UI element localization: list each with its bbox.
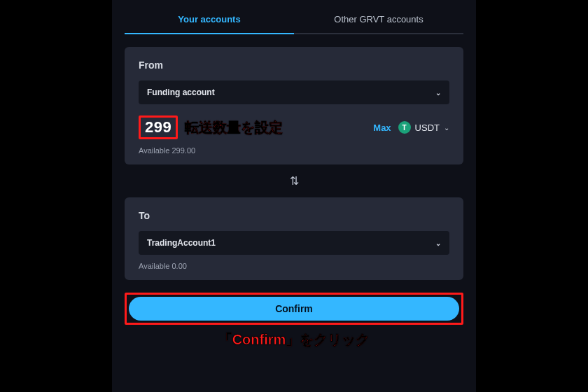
chevron-down-icon: ⌄ (435, 89, 441, 97)
from-label: From (139, 59, 449, 71)
annotation-highlight-confirm: Confirm (125, 293, 463, 325)
account-tabs: Your accounts Other GRVT accounts (125, 7, 463, 34)
to-account-value: TradingAccount1 (147, 238, 216, 248)
from-account-select[interactable]: Funding account ⌄ (139, 80, 449, 104)
currency-label: USDT (415, 122, 440, 133)
confirm-button[interactable]: Confirm (129, 297, 459, 321)
max-button[interactable]: Max (373, 122, 391, 133)
from-card: From Funding account ⌄ 299 転送数量を設定 Max T… (125, 47, 463, 164)
annotation-row-confirm: 「Confirm」をクリック (125, 330, 463, 349)
from-available: Available 299.00 (139, 146, 449, 155)
swap-row: ⇅ (125, 164, 463, 197)
usdt-icon: T (398, 121, 411, 134)
transfer-panel: Your accounts Other GRVT accounts From F… (112, 0, 476, 392)
amount-input[interactable]: 299 (145, 118, 172, 136)
to-account-select[interactable]: TradingAccount1 ⌄ (139, 231, 449, 255)
annotation-text-amount: 転送数量を設定 (185, 118, 283, 137)
to-card: To TradingAccount1 ⌄ Available 0.00 (125, 197, 463, 280)
from-account-value: Funding account (147, 88, 215, 97)
to-available: Available 0.00 (139, 262, 449, 270)
to-label: To (139, 210, 449, 221)
currency-select[interactable]: T USDT ⌄ (398, 121, 449, 134)
annotation-text-confirm: 「Confirm」をクリック (218, 332, 370, 347)
tab-your-accounts[interactable]: Your accounts (125, 7, 294, 34)
swap-icon[interactable]: ⇅ (290, 174, 299, 188)
annotation-highlight-amount: 299 (139, 115, 178, 139)
chevron-down-icon: ⌄ (435, 239, 441, 247)
chevron-down-icon: ⌄ (444, 124, 449, 132)
tab-other-grvt-accounts[interactable]: Other GRVT accounts (294, 7, 463, 34)
amount-row: 299 転送数量を設定 Max T USDT ⌄ (139, 115, 449, 139)
